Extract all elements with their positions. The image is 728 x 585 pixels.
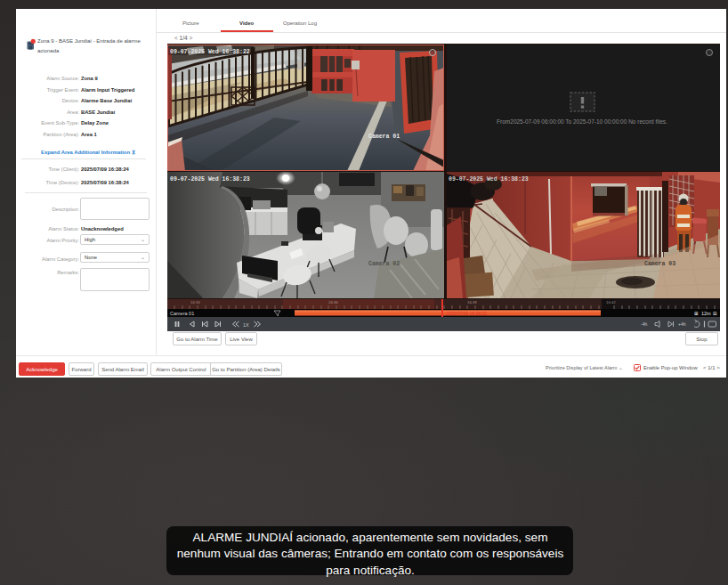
svg-text:From2025-07-09 06:00:00 To 202: From2025-07-09 06:00:00 To 2025-07-10 00… (497, 118, 667, 125)
svg-text:12m: 12m (701, 311, 711, 316)
svg-text:⊟: ⊟ (713, 311, 717, 316)
svg-text:16:33: 16:33 (190, 300, 200, 305)
svg-text:16:42: 16:42 (606, 300, 616, 305)
svg-text:2025/07/09 16:38:22: 2025/07/09 16:38:22 (446, 311, 487, 316)
svg-text:1X: 1X (243, 322, 249, 328)
svg-text:16:39: 16:39 (467, 300, 477, 305)
svg-text:16:36: 16:36 (328, 300, 338, 305)
svg-text:Camera 01: Camera 01 (170, 311, 194, 316)
svg-text:⊞: ⊞ (694, 311, 699, 316)
svg-text:Camera 03: Camera 03 (644, 261, 675, 267)
svg-text:09-07-2025 Wed 16:38:23: 09-07-2025 Wed 16:38:23 (170, 176, 250, 183)
svg-text:Camera 02: Camera 02 (368, 261, 400, 267)
svg-text:09-07-2025 Wed 16:38:23: 09-07-2025 Wed 16:38:23 (449, 176, 529, 183)
svg-text:-4h: -4h (641, 321, 647, 327)
svg-text:+4h: +4h (678, 321, 686, 327)
